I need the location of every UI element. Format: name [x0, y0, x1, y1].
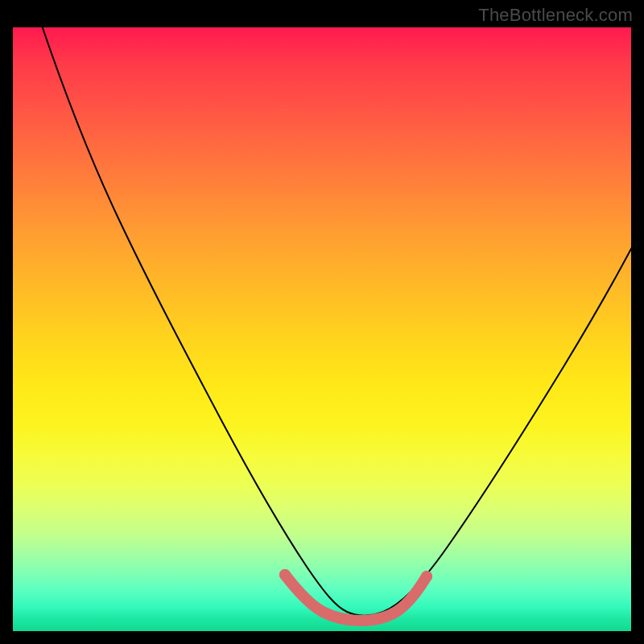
watermark-text: TheBottleneck.com [478, 5, 633, 26]
plot-area [13, 27, 631, 631]
chart-frame: TheBottleneck.com [0, 0, 644, 644]
bottleneck-curve [37, 27, 631, 616]
highlight-band [285, 575, 427, 621]
highlight-dot-right [421, 571, 432, 582]
curve-layer [13, 27, 631, 631]
highlight-dot-left [279, 569, 291, 580]
